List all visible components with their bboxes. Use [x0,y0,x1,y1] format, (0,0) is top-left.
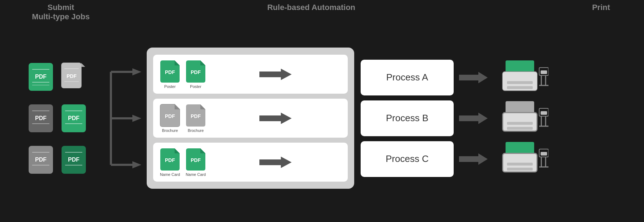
printers-section [493,60,557,177]
pdf-icon-darkgreen-3: PDF [61,145,87,174]
row3-arrow [210,155,341,169]
brochure-pdf-icon-2: PDF [185,104,206,127]
svg-rect-69 [507,168,533,171]
arrow-b-svg [459,112,488,125]
svg-text:PDF: PDF [165,113,175,119]
job-row-1: PDF PDF [28,62,87,92]
pdf-icon-midgray-3: PDF [28,145,54,174]
poster-icons: PDF Poster PDF Poster [160,60,206,89]
namecard-label-1: Name Card [160,172,180,177]
arrow-to-a [459,60,488,95]
process-box-c: Process C [361,141,454,177]
namecard-label-2: Name Card [186,172,206,177]
namecard-pdf-icon-2: PDF [185,148,206,171]
svg-marker-42 [459,72,488,83]
svg-rect-61 [541,111,547,115]
automation-label: Rule-based Automation [157,3,465,12]
namecard-icon-1-wrap: PDF Name Card [160,148,180,177]
poster-pdf-icon-2: PDF [185,60,206,83]
poster-label-2: Poster [190,84,201,89]
svg-text:PDF: PDF [35,157,47,163]
svg-text:PDF: PDF [191,69,201,75]
svg-text:PDF: PDF [35,74,47,80]
poster-icon-2-wrap: PDF Poster [185,60,206,89]
printer-c-icon [502,142,548,176]
print-label: Print [572,3,630,12]
printer-a-icon [502,60,548,95]
automation-box: PDF Poster PDF Poster [147,48,354,189]
svg-text:PDF: PDF [35,115,47,121]
namecard-icons: PDF Name Card PDF Name Card [160,148,206,177]
svg-marker-38 [259,113,292,124]
automation-row-namecard: PDF Name Card PDF Name Card [153,143,348,182]
brochure-pdf-icon-1: PDF [160,104,180,127]
svg-text:PDF: PDF [68,157,79,163]
svg-rect-49 [507,86,533,89]
process-to-print-arrows [457,60,489,177]
pdf-icon-green-1: PDF [28,62,54,92]
process-box-a: Process A [361,60,454,95]
brochure-label-2: Brochure [188,128,204,133]
svg-marker-41 [259,157,292,168]
branch-connector [100,50,147,186]
brochure-label-1: Brochure [162,128,178,133]
svg-marker-30 [132,68,141,75]
svg-marker-32 [132,161,141,168]
job-row-2: PDF PDF [28,104,87,133]
printer-c-wrap [493,141,557,177]
arrow-to-c [459,141,488,177]
svg-text:PDF: PDF [191,157,201,163]
poster-icon-1-wrap: PDF Poster [160,60,180,89]
svg-text:PDF: PDF [68,115,79,121]
svg-rect-51 [541,70,547,74]
svg-rect-48 [507,81,533,84]
brochure-icons: PDF Brochure PDF Brochure [160,104,206,133]
row1-arrow [210,67,341,82]
automation-row-brochure: PDF Brochure PDF Brochure [153,99,348,138]
brochure-icon-2-wrap: PDF Brochure [185,104,206,133]
submit-jobs-section: PDF PDF PDF [14,58,100,179]
svg-rect-58 [507,122,533,125]
row3-arrow-svg [259,155,292,169]
main-diagram: Submit Multi-type Jobs Rule-based Automa… [0,0,644,222]
namecard-pdf-icon-1: PDF [160,148,180,171]
process-section: Process A Process B Process C [361,60,454,177]
printer-b-wrap [493,100,557,136]
svg-rect-59 [507,127,533,130]
pdf-icon-gray-1: PDF [61,62,87,92]
svg-marker-35 [259,69,292,80]
row2-arrow [210,111,341,125]
svg-marker-31 [132,115,141,122]
row1-arrow-svg [259,67,292,82]
automation-row-poster: PDF Poster PDF Poster [153,55,348,94]
svg-text:PDF: PDF [191,113,201,119]
process-box-b: Process B [361,100,454,136]
brochure-icon-1-wrap: PDF Brochure [160,104,180,133]
arrow-c-svg [459,153,488,166]
arrow-a-svg [459,71,488,84]
svg-marker-44 [459,153,488,165]
svg-text:PDF: PDF [165,69,175,75]
pdf-icon-darkgray-2: PDF [28,104,54,133]
arrow-to-b [459,100,488,136]
svg-rect-68 [507,163,533,166]
svg-text:PDF: PDF [165,157,175,163]
pdf-icon-green-2: PDF [61,104,87,133]
job-row-3: PDF PDF [28,145,87,174]
poster-pdf-icon-1: PDF [160,60,180,83]
svg-text:PDF: PDF [67,73,77,79]
svg-rect-71 [541,152,547,156]
printer-a-wrap [493,60,557,95]
row2-arrow-svg [259,111,292,125]
namecard-icon-2-wrap: PDF Name Card [185,148,206,177]
submit-label: Submit Multi-type Jobs [14,3,107,22]
printer-b-icon [502,101,548,135]
poster-label-1: Poster [164,84,176,89]
branch-arrow-svg [100,50,147,186]
svg-marker-43 [459,113,488,124]
